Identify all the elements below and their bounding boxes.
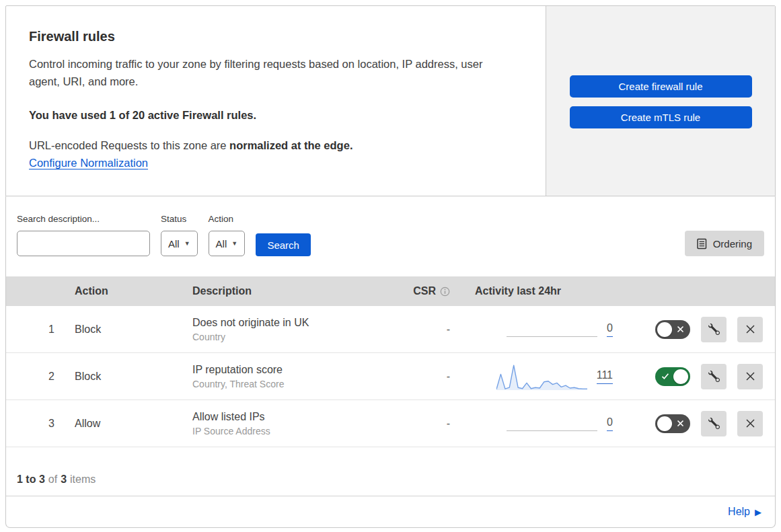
status-dropdown[interactable]: All ▼ bbox=[161, 231, 198, 256]
chevron-down-icon: ▼ bbox=[231, 240, 237, 247]
action-dropdown-value: All bbox=[216, 238, 227, 250]
page-title: Firewall rules bbox=[29, 29, 519, 44]
rule-activity-cell: 111 bbox=[450, 362, 618, 391]
search-button[interactable]: Search bbox=[256, 233, 311, 256]
delete-rule-button[interactable] bbox=[737, 317, 763, 342]
filter-bar: Search description... Status All ▼ Acti bbox=[6, 196, 775, 276]
normalization-note-bold: normalized at the edge. bbox=[229, 139, 352, 151]
activity-sparkline bbox=[507, 411, 597, 431]
usage-summary: You have used 1 of 20 active Firewall ru… bbox=[29, 109, 519, 122]
search-input[interactable] bbox=[30, 231, 164, 256]
firewall-rules-page: Firewall rules Control incoming traffic … bbox=[0, 0, 781, 532]
ordering-list-icon bbox=[697, 238, 707, 250]
create-mtls-rule-button[interactable]: Create mTLS rule bbox=[570, 106, 752, 128]
arrow-right-icon: ▶ bbox=[755, 508, 761, 517]
rule-description-cell: IP reputation score Country, Threat Scor… bbox=[192, 364, 387, 389]
action-column-header: Action bbox=[65, 285, 192, 297]
delete-rule-button[interactable] bbox=[737, 364, 763, 389]
search-label: Search description... bbox=[17, 214, 150, 224]
normalization-note-text: URL-encoded Requests to this zone are bbox=[29, 139, 229, 151]
rule-priority: 3 bbox=[6, 418, 65, 430]
chevron-down-icon: ▼ bbox=[184, 240, 190, 247]
search-box bbox=[17, 231, 150, 256]
help-bar: Help ▶ bbox=[6, 496, 775, 527]
rule-action: Allow bbox=[65, 418, 192, 430]
wrench-icon bbox=[708, 324, 720, 335]
rule-fields: Country, Threat Score bbox=[192, 379, 387, 389]
rule-fields: Country bbox=[192, 332, 387, 342]
action-filter-group: Action All ▼ bbox=[209, 214, 246, 256]
rule-activity-cell: 0 bbox=[450, 317, 618, 342]
csr-column-header: CSR bbox=[387, 285, 450, 297]
csr-column-label: CSR bbox=[413, 285, 436, 297]
status-filter-group: Status All ▼ bbox=[161, 214, 198, 256]
rule-enabled-toggle[interactable] bbox=[655, 367, 690, 386]
activity-count-link[interactable]: 0 bbox=[607, 416, 613, 431]
pagination-summary: 1 to 3 of 3 items bbox=[6, 447, 775, 496]
rule-controls bbox=[618, 411, 775, 436]
rule-action: Block bbox=[65, 371, 192, 383]
rule-csr-value: - bbox=[387, 324, 450, 336]
rule-controls bbox=[618, 364, 775, 389]
description-column-header: Description bbox=[192, 285, 387, 297]
rule-enabled-toggle[interactable] bbox=[655, 320, 690, 339]
rule-description[interactable]: Does not originate in UK bbox=[192, 317, 387, 329]
rule-csr-value: - bbox=[387, 418, 450, 430]
ordering-button-label: Ordering bbox=[713, 238, 752, 250]
action-label: Action bbox=[209, 214, 246, 224]
activity-sparkline bbox=[507, 317, 597, 337]
rule-enabled-toggle[interactable] bbox=[655, 414, 690, 433]
pagination-items: items bbox=[70, 473, 96, 486]
activity-count-link[interactable]: 111 bbox=[597, 369, 613, 384]
table-row: 1 Block Does not originate in UK Country… bbox=[6, 306, 775, 353]
create-firewall-rule-button[interactable]: Create firewall rule bbox=[570, 75, 752, 98]
pagination-total: 3 bbox=[61, 473, 67, 485]
rules-list-card: Search description... Status All ▼ Acti bbox=[5, 196, 776, 528]
rule-description[interactable]: IP reputation score bbox=[192, 364, 387, 376]
rule-description-cell: Allow listed IPs IP Source Address bbox=[192, 411, 387, 436]
rule-description[interactable]: Allow listed IPs bbox=[192, 411, 387, 423]
toggle-knob bbox=[657, 322, 672, 337]
toggle-off-x-icon bbox=[677, 420, 684, 427]
actions-panel: Create firewall rule Create mTLS rule bbox=[546, 6, 775, 196]
edit-rule-button[interactable] bbox=[701, 411, 727, 436]
info-icon[interactable] bbox=[440, 287, 450, 297]
pagination-of: of bbox=[48, 473, 57, 486]
search-group: Search description... bbox=[17, 214, 150, 256]
action-dropdown[interactable]: All ▼ bbox=[209, 231, 246, 256]
normalization-note: URL-encoded Requests to this zone are no… bbox=[29, 139, 519, 152]
toggle-on-check-icon bbox=[661, 373, 669, 380]
rule-action: Block bbox=[65, 324, 192, 336]
overview-card: Firewall rules Control incoming traffic … bbox=[5, 5, 776, 196]
close-icon bbox=[745, 418, 755, 428]
toggle-knob bbox=[657, 416, 672, 431]
configure-normalization-link[interactable]: Configure Normalization bbox=[29, 157, 148, 169]
wrench-icon bbox=[708, 418, 720, 429]
overview-text-panel: Firewall rules Control incoming traffic … bbox=[6, 6, 546, 196]
rule-priority: 1 bbox=[6, 324, 65, 336]
activity-count-link[interactable]: 0 bbox=[607, 322, 613, 337]
rule-activity-cell: 0 bbox=[450, 411, 618, 436]
rule-fields: IP Source Address bbox=[192, 426, 387, 436]
toggle-off-x-icon bbox=[677, 326, 684, 333]
rule-description-cell: Does not originate in UK Country bbox=[192, 317, 387, 342]
page-description: Control incoming traffic to your zone by… bbox=[29, 55, 513, 90]
rule-csr-value: - bbox=[387, 371, 450, 383]
wrench-icon bbox=[708, 371, 720, 382]
toggle-knob bbox=[673, 369, 688, 384]
table-row: 2 Block IP reputation score Country, Thr… bbox=[6, 353, 775, 400]
activity-sparkline bbox=[496, 362, 587, 391]
rule-controls bbox=[618, 317, 775, 342]
edit-rule-button[interactable] bbox=[701, 317, 727, 342]
status-dropdown-value: All bbox=[168, 238, 180, 250]
close-icon bbox=[745, 371, 755, 381]
help-link-label: Help bbox=[728, 506, 750, 518]
table-header: Action Description CSR Activity last 24h… bbox=[6, 276, 775, 306]
edit-rule-button[interactable] bbox=[701, 364, 727, 389]
pagination-range: 1 to 3 bbox=[17, 473, 45, 485]
table-row: 3 Allow Allow listed IPs IP Source Addre… bbox=[6, 400, 775, 447]
close-icon bbox=[745, 324, 755, 334]
ordering-button[interactable]: Ordering bbox=[685, 231, 764, 256]
delete-rule-button[interactable] bbox=[737, 411, 763, 436]
help-link[interactable]: Help ▶ bbox=[728, 506, 761, 518]
